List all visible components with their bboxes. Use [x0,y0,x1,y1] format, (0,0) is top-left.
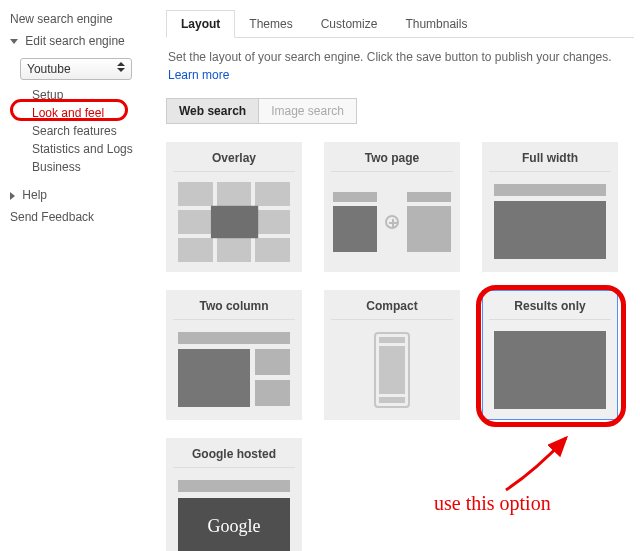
subtabs: Web search Image search [166,98,634,124]
two-page-preview [331,178,453,265]
card-title: Results only [489,297,611,320]
new-search-engine-link[interactable]: New search engine [6,8,156,30]
edit-engine-sublist: Setup Look and feel Search features Stat… [32,86,156,176]
layout-grid: Overlay Two page [166,142,634,551]
card-title: Full width [489,149,611,172]
chevron-right-icon [10,192,15,200]
sidebar-item-search-features[interactable]: Search features [32,122,156,140]
main-content: Layout Themes Customize Thumbnails Set t… [156,8,634,551]
engine-select[interactable]: Youtube [20,58,132,80]
tab-customize[interactable]: Customize [307,11,392,37]
sidebar-item-business[interactable]: Business [32,158,156,176]
card-title: Two column [173,297,295,320]
instructions-body: Set the layout of your search engine. Cl… [168,50,612,64]
compact-preview [331,326,453,413]
learn-more-link[interactable]: Learn more [168,68,229,82]
tab-thumbnails[interactable]: Thumbnails [391,11,481,37]
layout-card-compact[interactable]: Compact [324,290,460,420]
layout-card-overlay[interactable]: Overlay [166,142,302,272]
layout-card-two-column[interactable]: Two column [166,290,302,420]
sidebar-item-setup[interactable]: Setup [32,86,156,104]
tabbar: Layout Themes Customize Thumbnails [166,8,634,38]
overlay-preview [173,178,295,265]
layout-card-full-width[interactable]: Full width [482,142,618,272]
sidebar: New search engine Edit search engine You… [6,8,156,551]
layout-card-google-hosted[interactable]: Google hosted Google [166,438,302,551]
card-title: Compact [331,297,453,320]
tab-themes[interactable]: Themes [235,11,306,37]
two-column-preview [173,326,295,413]
help-label: Help [22,188,47,202]
edit-engine-label: Edit search engine [25,34,124,48]
subtab-image-search[interactable]: Image search [258,98,357,124]
help-toggle[interactable]: Help [6,184,156,206]
engine-select-value: Youtube [27,62,71,76]
tab-layout[interactable]: Layout [166,10,235,38]
edit-search-engine-toggle[interactable]: Edit search engine [6,30,156,52]
annotation-arrow-icon [496,430,586,500]
instructions-text: Set the layout of your search engine. Cl… [166,38,634,98]
google-logo: Google [178,498,290,552]
card-title: Google hosted [173,445,295,468]
layout-card-results-only[interactable]: Results only [482,290,618,420]
phone-icon [374,332,410,408]
full-width-preview [489,178,611,265]
results-only-preview [489,326,611,413]
layout-card-two-page[interactable]: Two page [324,142,460,272]
chevron-down-icon [10,39,18,44]
sidebar-item-stats-logs[interactable]: Statistics and Logs [32,140,156,158]
annotation-text: use this option [434,492,551,515]
send-feedback-link[interactable]: Send Feedback [6,206,156,228]
subtab-web-search[interactable]: Web search [166,98,259,124]
card-title: Overlay [173,149,295,172]
plus-icon [385,215,399,229]
google-hosted-preview: Google [173,474,295,551]
card-title: Two page [331,149,453,172]
sidebar-item-look-and-feel[interactable]: Look and feel [32,104,104,122]
